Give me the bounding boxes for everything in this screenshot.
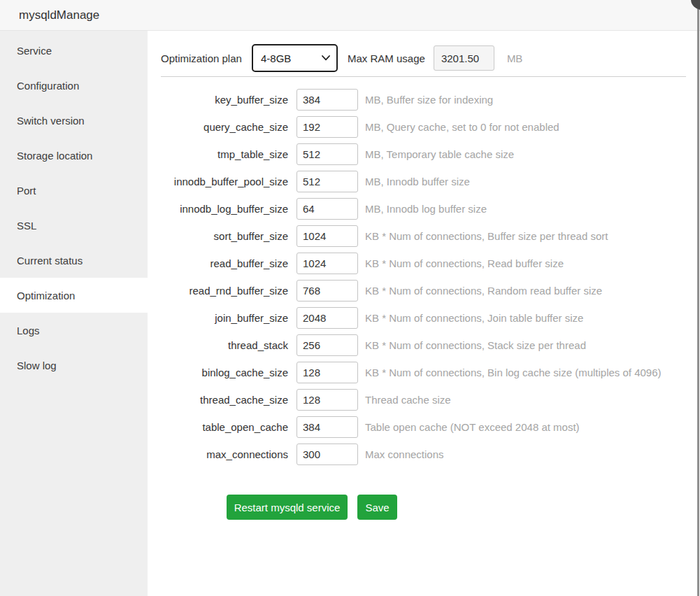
sidebar-item-label: Switch version [17,115,85,127]
sidebar-item-label: Current status [17,255,83,267]
settings-row: table_open_cache Table open cache (NOT e… [161,416,700,438]
setting-label: key_buffer_size [161,94,288,106]
setting-label: query_cache_size [161,121,288,133]
max-ram-usage-input[interactable] [434,45,494,71]
sidebar-item-label: Optimization [17,290,75,301]
read_buffer_size-input[interactable] [297,253,358,274]
join_buffer_size-input[interactable] [297,307,358,329]
sort_buffer_size-input[interactable] [297,225,358,247]
setting-hint: KB * Num of connections, Read buffer siz… [365,257,564,269]
sidebar-item-label: Slow log [17,360,57,371]
setting-label: thread_cache_size [161,394,288,406]
optimization-plan-select[interactable]: 4-8GB [252,44,338,72]
setting-hint: KB * Num of connections, Stack size per … [365,339,586,351]
setting-hint: KB * Num of connections, Random read buf… [365,285,602,297]
setting-hint: Max connections [365,448,444,460]
max-ram-unit-label: MB [507,52,523,64]
sidebar-item-current-status[interactable]: Current status [0,243,148,278]
restart-mysqld-service-button[interactable]: Restart mysqld service [227,495,348,520]
setting-hint: MB, Innodb buffer size [365,176,470,187]
binlog_cache_size-input[interactable] [297,362,358,383]
query_cache_size-input[interactable] [297,116,358,138]
setting-label: binlog_cache_size [161,367,288,378]
plan-row: Optimization plan 4-8GB Max RAM usage MB [161,44,700,72]
settings-row: binlog_cache_size KB * Num of connection… [161,362,700,383]
setting-label: tmp_table_size [161,148,288,160]
sidebar-item-label: Storage location [17,150,92,162]
app-title: mysqldManage [19,8,99,22]
sidebar-item-configuration[interactable]: Configuration [0,68,148,103]
sidebar-item-label: Service [17,45,52,57]
tmp_table_size-input[interactable] [297,143,358,165]
sidebar-item-label: Configuration [17,80,79,92]
settings-row: thread_cache_size Thread cache size [161,389,700,411]
read_rnd_buffer_size-input[interactable] [297,280,358,301]
settings-row: tmp_table_size MB, Temporary table cache… [161,143,700,165]
settings-row: join_buffer_size KB * Num of connections… [161,307,700,329]
setting-hint: MB, Temporary table cache size [365,148,514,160]
settings-row: thread_stack KB * Num of connections, St… [161,334,700,356]
thread_cache_size-input[interactable] [297,389,358,411]
setting-hint: Table open cache (NOT exceed 2048 at mos… [365,421,580,433]
max_connections-input[interactable] [297,444,358,465]
settings-row: max_connections Max connections [161,444,700,465]
settings-row: key_buffer_size MB, Buffer size for inde… [161,89,700,111]
key_buffer_size-input[interactable] [297,89,358,111]
sidebar-item-logs[interactable]: Logs [0,313,148,348]
settings-form: key_buffer_size MB, Buffer size for inde… [161,89,700,465]
setting-label: max_connections [161,448,288,460]
setting-hint: KB * Num of connections, Buffer size per… [365,230,608,242]
settings-row: sort_buffer_size KB * Num of connections… [161,225,700,247]
settings-row: read_buffer_size KB * Num of connections… [161,253,700,274]
setting-label: join_buffer_size [161,312,288,324]
setting-hint: MB, Buffer size for indexing [365,94,493,106]
setting-hint: Thread cache size [365,394,451,406]
max-ram-usage-label: Max RAM usage [348,52,425,64]
setting-label: table_open_cache [161,421,288,433]
window-right-edge [697,0,699,596]
plan-divider [161,76,686,77]
sidebar-nav: Service Configuration Switch version Sto… [0,31,148,596]
innodb_log_buffer_size-input[interactable] [297,198,358,220]
app-header: mysqldManage [0,0,700,31]
save-button[interactable]: Save [357,495,397,520]
setting-label: thread_stack [161,339,288,351]
setting-label: sort_buffer_size [161,230,288,242]
setting-label: innodb_buffer_pool_size [161,176,288,187]
setting-label: innodb_log_buffer_size [161,203,288,215]
sidebar-item-port[interactable]: Port [0,173,148,208]
setting-hint: MB, Innodb log buffer size [365,203,487,215]
setting-label: read_rnd_buffer_size [161,285,288,297]
setting-hint: KB * Num of connections, Bin log cache s… [365,367,662,378]
innodb_buffer_pool_size-input[interactable] [297,171,358,192]
setting-hint: MB, Query cache, set to 0 for not enable… [365,121,559,133]
optimization-plan-label: Optimization plan [161,52,245,64]
table_open_cache-input[interactable] [297,416,358,438]
settings-row: read_rnd_buffer_size KB * Num of connect… [161,280,700,301]
sidebar-item-service[interactable]: Service [0,33,148,68]
sidebar-item-label: Port [17,185,36,197]
setting-hint: KB * Num of connections, Join table buff… [365,312,583,324]
settings-row: innodb_log_buffer_size MB, Innodb log bu… [161,198,700,220]
sidebar-item-label: SSL [17,220,36,232]
sidebar-item-storage-location[interactable]: Storage location [0,138,148,173]
optimization-panel: Optimization plan 4-8GB Max RAM usage MB… [148,31,700,596]
thread_stack-input[interactable] [297,334,358,356]
settings-row: innodb_buffer_pool_size MB, Innodb buffe… [161,171,700,192]
setting-label: read_buffer_size [161,257,288,269]
sidebar-item-optimization[interactable]: Optimization [0,278,148,313]
sidebar-item-switch-version[interactable]: Switch version [0,103,148,138]
sidebar-item-label: Logs [17,325,40,336]
action-buttons-row: Restart mysqld service Save [227,495,700,520]
sidebar-item-slow-log[interactable]: Slow log [0,348,148,383]
sidebar-item-ssl[interactable]: SSL [0,208,148,243]
settings-row: query_cache_size MB, Query cache, set to… [161,116,700,138]
optimization-plan-select-wrap: 4-8GB [252,44,338,72]
